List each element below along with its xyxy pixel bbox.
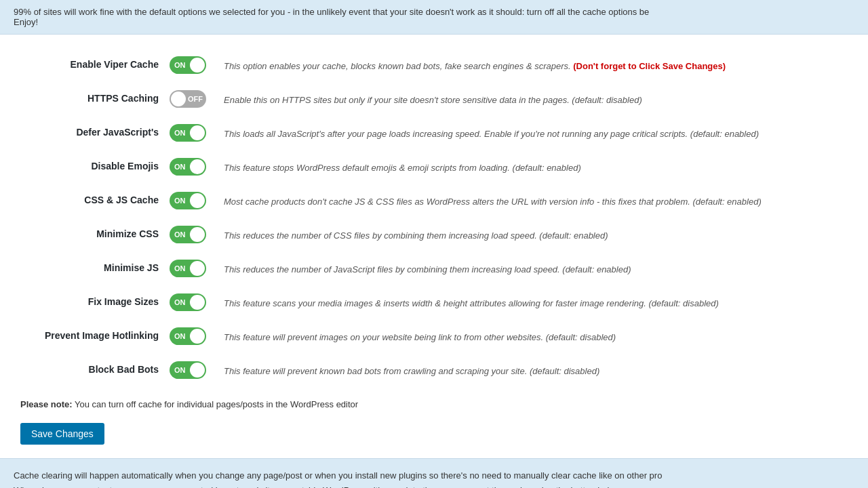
setting-desc-disable-emojis: This feature stops WordPress default emo… bbox=[224, 158, 848, 175]
toggle-knob-defer-javascripts bbox=[190, 125, 205, 140]
setting-desc-prevent-image-hotlinking: This feature will prevent images on your… bbox=[224, 327, 848, 344]
page-wrapper: 99% of sites will work fine with the def… bbox=[0, 0, 868, 488]
bottom-notice-line2: Where images or content on your page are… bbox=[14, 483, 854, 488]
setting-label-prevent-image-hotlinking: Prevent Image Hotlinking bbox=[20, 327, 170, 341]
note-prefix: Please note: bbox=[20, 399, 73, 409]
toggle-block-bad-bots[interactable]: ON bbox=[170, 361, 206, 379]
setting-extra-enable-viper-cache: (Don't forget to Click Save Changes) bbox=[573, 61, 726, 71]
top-notice: 99% of sites will work fine with the def… bbox=[0, 0, 868, 35]
toggle-area-enable-viper-cache: ON bbox=[170, 56, 224, 74]
toggle-knob-minimize-css bbox=[190, 227, 205, 242]
toggle-minimize-css[interactable]: ON bbox=[170, 226, 206, 243]
toggle-knob-https-caching bbox=[171, 92, 186, 106]
setting-row-https-caching: HTTPS CachingOFFEnable this on HTTPS sit… bbox=[20, 82, 848, 116]
toggle-knob-css-js-cache bbox=[190, 193, 205, 208]
save-button-area: Save Changes bbox=[20, 416, 848, 458]
setting-desc-https-caching: Enable this on HTTPS sites but only if y… bbox=[224, 90, 848, 107]
setting-desc-block-bad-bots: This feature will prevent known bad bots… bbox=[224, 361, 848, 378]
toggle-enable-viper-cache[interactable]: ON bbox=[170, 56, 206, 74]
setting-label-enable-viper-cache: Enable Viper Cache bbox=[20, 56, 170, 70]
setting-desc-css-js-cache: Most cache products don't cache JS & CSS… bbox=[224, 192, 848, 209]
toggle-area-minimise-js: ON bbox=[170, 260, 224, 277]
setting-desc-defer-javascripts: This loads all JavaScript's after your p… bbox=[224, 124, 848, 141]
setting-label-disable-emojis: Disable Emojis bbox=[20, 158, 170, 171]
setting-desc-enable-viper-cache: This option enables your cache, blocks k… bbox=[224, 56, 848, 73]
setting-row-prevent-image-hotlinking: Prevent Image HotlinkingONThis feature w… bbox=[20, 319, 848, 353]
setting-label-css-js-cache: CSS & JS Cache bbox=[20, 192, 170, 205]
toggle-knob-enable-viper-cache bbox=[190, 58, 205, 73]
toggle-defer-javascripts[interactable]: ON bbox=[170, 124, 206, 142]
note-section: Please note: You can turn off cache for … bbox=[20, 387, 848, 416]
toggle-knob-block-bad-bots bbox=[190, 363, 205, 378]
toggle-text-prevent-image-hotlinking: ON bbox=[174, 332, 186, 340]
toggle-text-minimize-css: ON bbox=[174, 230, 186, 239]
setting-label-minimise-js: Minimise JS bbox=[20, 260, 170, 273]
main-content: Enable Viper CacheONThis option enables … bbox=[0, 35, 868, 458]
setting-row-enable-viper-cache: Enable Viper CacheONThis option enables … bbox=[20, 48, 848, 82]
setting-row-minimise-js: Minimise JSONThis reduces the number of … bbox=[20, 251, 848, 285]
setting-label-defer-javascripts: Defer JavaScript's bbox=[20, 124, 170, 138]
toggle-text-defer-javascripts: ON bbox=[174, 129, 186, 137]
setting-label-block-bad-bots: Block Bad Bots bbox=[20, 361, 170, 375]
toggle-area-minimize-css: ON bbox=[170, 226, 224, 243]
toggle-area-disable-emojis: ON bbox=[170, 158, 224, 176]
setting-desc-fix-image-sizes: This feature scans your media images & i… bbox=[224, 293, 848, 310]
toggle-area-css-js-cache: ON bbox=[170, 192, 224, 209]
setting-label-minimize-css: Minimize CSS bbox=[20, 226, 170, 239]
setting-row-defer-javascripts: Defer JavaScript'sONThis loads all JavaS… bbox=[20, 116, 848, 150]
note-text: You can turn off cache for individual pa… bbox=[73, 399, 359, 409]
toggle-area-prevent-image-hotlinking: ON bbox=[170, 327, 224, 345]
toggle-fix-image-sizes[interactable]: ON bbox=[170, 293, 206, 311]
toggle-area-fix-image-sizes: ON bbox=[170, 293, 224, 311]
top-notice-line2: Enjoy! bbox=[14, 17, 854, 27]
toggle-knob-prevent-image-hotlinking bbox=[190, 329, 205, 344]
setting-desc-minimise-js: This reduces the number of JavaScript fi… bbox=[224, 260, 848, 277]
toggle-prevent-image-hotlinking[interactable]: ON bbox=[170, 327, 206, 345]
toggle-area-https-caching: OFF bbox=[170, 90, 224, 108]
toggle-css-js-cache[interactable]: ON bbox=[170, 192, 206, 209]
toggle-area-block-bad-bots: ON bbox=[170, 361, 224, 379]
setting-row-disable-emojis: Disable EmojisONThis feature stops WordP… bbox=[20, 150, 848, 184]
setting-row-minimize-css: Minimize CSSONThis reduces the number of… bbox=[20, 218, 848, 251]
toggle-minimise-js[interactable]: ON bbox=[170, 260, 206, 277]
toggle-text-enable-viper-cache: ON bbox=[174, 61, 186, 69]
bottom-notice: Cache clearing will happen automatically… bbox=[0, 458, 868, 488]
setting-label-https-caching: HTTPS Caching bbox=[20, 90, 170, 104]
save-changes-button[interactable]: Save Changes bbox=[20, 423, 104, 445]
toggle-disable-emojis[interactable]: ON bbox=[170, 158, 206, 176]
toggle-https-caching[interactable]: OFF bbox=[170, 90, 206, 108]
toggle-knob-disable-emojis bbox=[190, 159, 205, 174]
setting-row-fix-image-sizes: Fix Image SizesONThis feature scans your… bbox=[20, 285, 848, 319]
toggle-area-defer-javascripts: ON bbox=[170, 124, 224, 142]
top-notice-line1: 99% of sites will work fine with the def… bbox=[14, 7, 854, 17]
settings-container: Enable Viper CacheONThis option enables … bbox=[20, 48, 848, 387]
setting-row-css-js-cache: CSS & JS CacheONMost cache products don'… bbox=[20, 184, 848, 218]
toggle-text-minimise-js: ON bbox=[174, 264, 186, 272]
toggle-knob-fix-image-sizes bbox=[190, 295, 205, 310]
toggle-knob-minimise-js bbox=[190, 261, 205, 276]
bottom-notice-line1: Cache clearing will happen automatically… bbox=[14, 468, 854, 483]
toggle-text-https-caching: OFF bbox=[188, 95, 203, 103]
toggle-text-css-js-cache: ON bbox=[174, 197, 186, 205]
setting-row-block-bad-bots: Block Bad BotsONThis feature will preven… bbox=[20, 353, 848, 387]
toggle-text-disable-emojis: ON bbox=[174, 163, 186, 171]
setting-desc-minimize-css: This reduces the number of CSS files by … bbox=[224, 226, 848, 243]
setting-label-fix-image-sizes: Fix Image Sizes bbox=[20, 293, 170, 307]
toggle-text-fix-image-sizes: ON bbox=[174, 298, 186, 306]
toggle-text-block-bad-bots: ON bbox=[174, 366, 186, 374]
